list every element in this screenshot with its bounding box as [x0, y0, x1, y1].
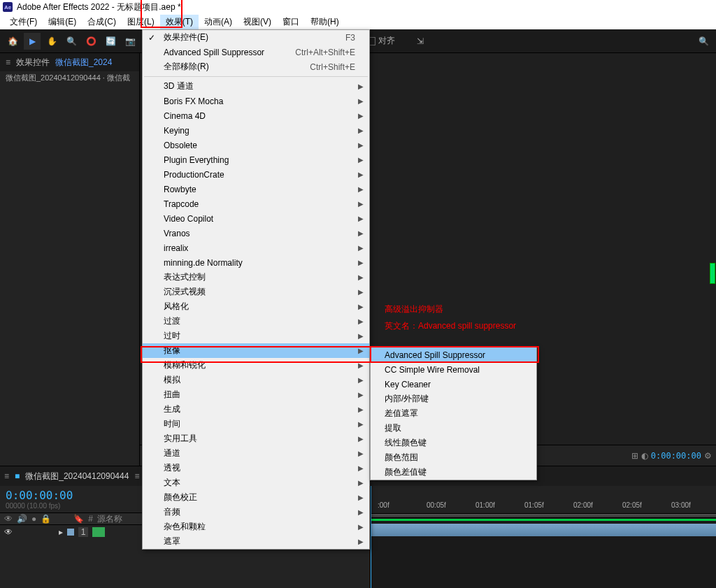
- zoom-tool-icon[interactable]: 🔍: [63, 33, 80, 50]
- effects-category[interactable]: minning.de Normality▶: [143, 255, 369, 270]
- menu-view[interactable]: 视图(V): [238, 15, 277, 29]
- selection-tool-icon[interactable]: ▶: [24, 33, 41, 50]
- keying-submenu-item[interactable]: 差值遮罩: [371, 406, 536, 421]
- home-icon[interactable]: 🏠: [4, 33, 21, 50]
- effects-category[interactable]: Boris FX Mocha▶: [143, 94, 369, 108]
- keying-submenu-item[interactable]: Advanced Spill Suppressor: [371, 347, 536, 362]
- keying-submenu-item[interactable]: 颜色差值键: [371, 465, 536, 480]
- menu-help[interactable]: 帮助(H): [305, 15, 345, 29]
- keying-submenu-item[interactable]: 线性颜色键: [371, 436, 536, 450]
- layer-twirl-icon[interactable]: ▸: [59, 527, 63, 537]
- keying-submenu-item[interactable]: CC Simple Wire Removal: [371, 362, 536, 377]
- playhead[interactable]: [371, 486, 371, 588]
- effects-category[interactable]: 过时▶: [143, 329, 369, 343]
- source-name-header[interactable]: 源名称: [97, 513, 122, 525]
- category-label: ProductionCrate: [164, 170, 224, 180]
- effects-category[interactable]: 表达式控制▶: [143, 270, 369, 285]
- camera-tool-icon[interactable]: 📷: [122, 33, 138, 50]
- effects-category[interactable]: 风格化▶: [143, 299, 369, 314]
- work-area-bar[interactable]: [371, 514, 716, 518]
- viewer-options-icon[interactable]: ⚙: [704, 451, 712, 461]
- menu-anim[interactable]: 动画(A): [199, 15, 238, 29]
- search-icon[interactable]: 🔍: [695, 33, 712, 50]
- mask-icon[interactable]: ◐: [641, 451, 648, 461]
- menu-comp[interactable]: 合成(C): [82, 15, 122, 29]
- time-ruler[interactable]: :00f00:05f01:00f01:05f02:00f02:05f03:00f…: [371, 486, 716, 514]
- layer-visibility-icon[interactable]: 👁: [4, 527, 13, 537]
- effects-category[interactable]: Plugin Everything▶: [143, 152, 369, 167]
- panel-tab-bar: ≡ 效果控件 微信截图_2024: [0, 53, 139, 71]
- effects-category[interactable]: Obsolete▶: [143, 138, 369, 152]
- menu-effect[interactable]: 效果(T): [160, 15, 199, 29]
- orbit-tool-icon[interactable]: ⭕: [83, 33, 99, 50]
- keying-submenu-item[interactable]: 颜色范围: [371, 450, 536, 465]
- menu-remove-all[interactable]: 全部移除(R) Ctrl+Shift+E: [143, 59, 369, 74]
- effects-category[interactable]: 遮罩▶: [143, 534, 369, 549]
- effects-category[interactable]: 抠像▶: [143, 343, 369, 358]
- category-label: 时间: [164, 418, 180, 430]
- menu-edit[interactable]: 编辑(E): [43, 15, 82, 29]
- effects-category[interactable]: 沉浸式视频▶: [143, 285, 369, 299]
- effects-category[interactable]: Rowbyte▶: [143, 182, 369, 196]
- submenu-arrow-icon: ▶: [358, 450, 364, 457]
- panel-menu-icon[interactable]: ≡: [6, 57, 10, 67]
- effects-category[interactable]: 扭曲▶: [143, 387, 369, 402]
- submenu-arrow-icon: ▶: [358, 141, 364, 149]
- effects-category[interactable]: 3D 通道▶: [143, 79, 369, 94]
- effects-category[interactable]: 音频▶: [143, 505, 369, 519]
- effects-category[interactable]: 时间▶: [143, 417, 369, 431]
- effects-category[interactable]: irrealix▶: [143, 241, 369, 255]
- effects-category[interactable]: Trapcode▶: [143, 196, 369, 211]
- ruler-tick: 01:00f: [475, 501, 495, 509]
- rotate-tool-icon[interactable]: 🔄: [102, 33, 119, 50]
- effects-category[interactable]: 模拟▶: [143, 373, 369, 387]
- menu-layer[interactable]: 图层(L): [122, 15, 160, 29]
- audio-column-icon[interactable]: 🔊: [17, 514, 27, 524]
- effects-category[interactable]: Keying▶: [143, 123, 369, 138]
- effects-category[interactable]: 过渡▶: [143, 314, 369, 329]
- keying-submenu-item[interactable]: 提取: [371, 421, 536, 436]
- submenu-arrow-icon: ▶: [358, 479, 364, 487]
- effects-category[interactable]: Video Copilot▶: [143, 211, 369, 226]
- keying-submenu-item[interactable]: 内部/外部键: [371, 392, 536, 406]
- effects-category[interactable]: 模糊和锐化▶: [143, 358, 369, 373]
- effects-category[interactable]: 杂色和颗粒▶: [143, 519, 369, 534]
- effects-category[interactable]: 生成▶: [143, 402, 369, 417]
- effects-category[interactable]: 透视▶: [143, 461, 369, 475]
- effects-category[interactable]: ProductionCrate▶: [143, 167, 369, 182]
- keying-submenu-item[interactable]: Key Cleaner: [371, 377, 536, 392]
- hand-tool-icon[interactable]: ✋: [43, 33, 60, 50]
- solo-column-icon[interactable]: ●: [31, 514, 36, 524]
- label-column-icon[interactable]: 🔖: [73, 514, 84, 524]
- lock-column-icon[interactable]: 🔒: [41, 514, 51, 524]
- submenu-arrow-icon: ▶: [358, 273, 364, 281]
- effects-category[interactable]: 文本▶: [143, 475, 369, 490]
- timeline-right[interactable]: :00f00:05f01:00f01:05f02:00f02:05f03:00f…: [371, 486, 716, 588]
- viewer-drag-handle[interactable]: [710, 263, 715, 284]
- effects-category[interactable]: 实用工具▶: [143, 431, 369, 446]
- eye-column-icon[interactable]: 👁: [4, 514, 13, 524]
- effects-category[interactable]: 通道▶: [143, 446, 369, 461]
- effects-category[interactable]: 颜色校正▶: [143, 490, 369, 505]
- layer-duration-bar[interactable]: [371, 524, 716, 536]
- category-label: minning.de Normality: [164, 258, 243, 268]
- category-label: 风格化: [164, 301, 189, 313]
- panel-tab-label[interactable]: 效果控件: [16, 57, 50, 69]
- menu-file[interactable]: 文件(F): [4, 15, 43, 29]
- effects-category[interactable]: Vranos▶: [143, 226, 369, 241]
- effect-controls-panel: ≡ 效果控件 微信截图_2024 微信截图_20240412090444 · 微…: [0, 53, 140, 466]
- grid-icon[interactable]: ⊞: [631, 451, 638, 461]
- menu-last-effect[interactable]: Advanced Spill Suppressor Ctrl+Alt+Shift…: [143, 45, 369, 59]
- timeline-comp-name[interactable]: 微信截图_20240412090444: [25, 471, 129, 482]
- menu-window[interactable]: 窗口: [277, 15, 305, 29]
- category-label: 杂色和颗粒: [164, 521, 206, 533]
- effects-category[interactable]: Cinema 4D▶: [143, 108, 369, 123]
- toolbar-extra-icon[interactable]: ⇲: [412, 33, 429, 50]
- index-header: #: [88, 514, 93, 524]
- menu-effect-controls[interactable]: 效果控件(E) F3: [143, 30, 369, 45]
- layer-label-color[interactable]: [67, 529, 74, 536]
- viewer-timecode[interactable]: 0:00:00:00: [651, 451, 701, 461]
- panel-item-label: 微信截图_2024: [55, 57, 112, 69]
- timeline-close-icon[interactable]: ≡: [134, 471, 139, 481]
- timeline-menu-icon[interactable]: ≡: [4, 471, 9, 481]
